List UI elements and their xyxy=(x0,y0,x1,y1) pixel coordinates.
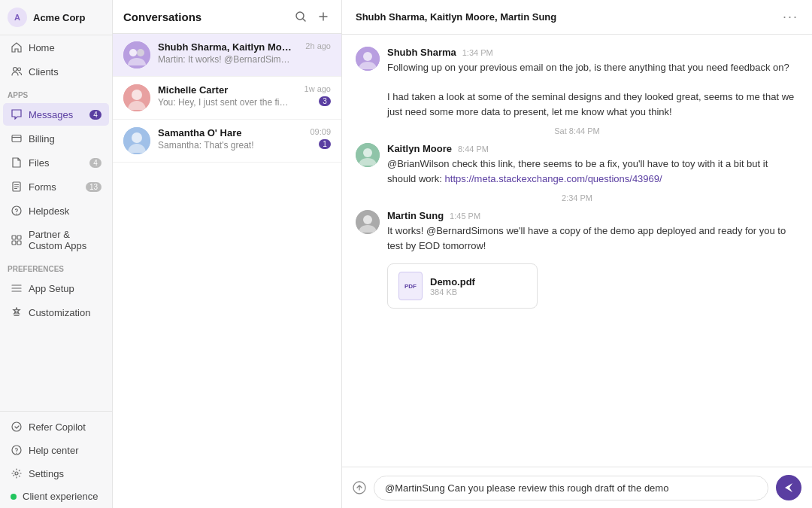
new-conversation-button[interactable] xyxy=(316,9,331,24)
upload-button[interactable] xyxy=(353,481,366,494)
send-button[interactable] xyxy=(776,475,801,500)
sidebar-item-files[interactable]: Files 4 xyxy=(3,151,109,174)
conv-badge: 1 xyxy=(319,139,331,149)
home-icon xyxy=(11,41,23,53)
svg-point-21 xyxy=(363,52,372,61)
message-input[interactable] xyxy=(374,476,768,500)
svg-point-15 xyxy=(137,49,144,56)
apps-section-label: Apps xyxy=(0,84,112,102)
conv-time: 2h ago xyxy=(305,41,331,50)
chat-messages: Shubh Sharma 1:34 PM Following up on you… xyxy=(342,35,812,467)
sender-avatar xyxy=(356,210,380,234)
forms-badge: 13 xyxy=(86,182,102,192)
conv-time: 09:09 xyxy=(310,127,331,136)
partner-icon xyxy=(11,234,23,246)
sender-avatar xyxy=(356,143,380,167)
sidebar-item-label: Client experience xyxy=(23,491,98,502)
sidebar-item-customization[interactable]: Customization xyxy=(3,301,109,324)
svg-point-25 xyxy=(363,215,372,224)
message-time: 1:34 PM xyxy=(462,48,493,57)
sender-name: Martin Sung xyxy=(387,210,444,221)
conv-list-title: Conversations xyxy=(123,11,201,23)
conv-preview: Samantha: That's great! xyxy=(158,140,293,151)
avatar xyxy=(123,127,150,154)
conv-content: Shubh Sharma, Kaitlyn Moore, Marti... Ma… xyxy=(158,41,298,65)
sidebar-item-client-experience[interactable]: Client experience xyxy=(3,485,109,507)
sidebar-item-messages[interactable]: Messages 4 xyxy=(3,103,109,126)
sidebar-item-forms[interactable]: Forms 13 xyxy=(3,175,109,198)
svg-rect-2 xyxy=(12,135,21,142)
sidebar-item-help-center[interactable]: Help center xyxy=(3,439,109,461)
conv-content: Samantha O' Hare Samantha: That's great! xyxy=(158,127,302,151)
message-header: Shubh Sharma 1:34 PM xyxy=(387,47,798,58)
message-row: Shubh Sharma 1:34 PM Following up on you… xyxy=(356,47,798,119)
file-info: Demo.pdf 384 KB xyxy=(430,276,475,297)
sidebar-item-label: Partner & Custom Apps xyxy=(29,229,102,251)
org-avatar: A xyxy=(8,8,27,27)
chat-area: Shubh Sharma, Kaitlyn Moore, Martin Sung… xyxy=(342,0,812,508)
conversation-item[interactable]: Shubh Sharma, Kaitlyn Moore, Marti... Ma… xyxy=(113,34,341,77)
sender-name: Kaitlyn Moore xyxy=(387,143,452,154)
message-body: Kaitlyn Moore 8:44 PM @BrianWilson check… xyxy=(387,143,798,186)
messages-icon xyxy=(11,108,23,120)
svg-point-12 xyxy=(296,12,304,20)
settings-icon xyxy=(11,467,23,479)
sidebar-item-label: Clients xyxy=(29,66,59,78)
conversation-item[interactable]: Samantha O' Hare Samantha: That's great!… xyxy=(113,120,341,163)
help-icon xyxy=(11,444,23,456)
customization-icon xyxy=(11,306,23,318)
conv-name: Shubh Sharma, Kaitlyn Moore, Marti... xyxy=(158,41,293,53)
preferences-section-label: Preferences xyxy=(0,257,112,276)
refer-icon xyxy=(11,421,23,433)
sidebar-item-label: Settings xyxy=(29,468,64,479)
avatar xyxy=(123,41,150,68)
sidebar-item-clients[interactable]: Clients xyxy=(3,60,109,83)
files-badge: 4 xyxy=(89,158,102,168)
sidebar-item-settings[interactable]: Settings xyxy=(3,462,109,485)
more-options-button[interactable]: ··· xyxy=(783,9,798,25)
svg-point-23 xyxy=(363,148,372,157)
conv-badge: 3 xyxy=(319,96,331,106)
clients-icon xyxy=(11,65,23,78)
forms-icon xyxy=(11,181,23,193)
sidebar-item-label: Forms xyxy=(29,181,56,193)
svg-point-11 xyxy=(15,472,18,475)
message-text: It works! @BernardSimons we'll have a co… xyxy=(387,224,798,253)
conversation-item[interactable]: Michelle Carter You: Hey, I just sent ov… xyxy=(113,77,341,120)
conv-time: 1w ago xyxy=(304,84,331,93)
conv-meta: 2h ago xyxy=(305,41,331,50)
sidebar-item-billing[interactable]: Billing xyxy=(3,127,109,150)
sidebar-item-refer-copilot[interactable]: Refer Copilot xyxy=(3,415,109,438)
svg-rect-6 xyxy=(17,236,21,239)
message-text: Following up on your previous email on t… xyxy=(387,60,798,119)
conv-meta: 1w ago 3 xyxy=(304,84,331,106)
conv-preview: You: Hey, I just sent over the final des… xyxy=(158,97,293,108)
message-body: Martin Sung 1:45 PM It works! @BernardSi… xyxy=(387,210,798,253)
conv-content: Michelle Carter You: Hey, I just sent ov… xyxy=(158,84,297,108)
conv-list-actions xyxy=(293,9,331,24)
conv-preview: Martin: It works! @BernardSimons we... xyxy=(158,54,293,65)
message-header: Martin Sung 1:45 PM xyxy=(387,210,798,221)
message-link[interactable]: https://meta.stackexchange.com/questions… xyxy=(445,173,662,184)
chat-header-title: Shubh Sharma, Kaitlyn Moore, Martin Sung xyxy=(356,11,556,23)
sidebar-item-app-setup[interactable]: App Setup xyxy=(3,277,109,300)
message-time: 1:45 PM xyxy=(450,211,480,221)
file-attachment[interactable]: PDF Demo.pdf 384 KB xyxy=(387,263,538,309)
sidebar-item-helpdesk[interactable]: Helpdesk xyxy=(3,199,109,222)
chat-input-area xyxy=(342,467,812,508)
message-time: 8:44 PM xyxy=(458,144,489,154)
sidebar-item-label: Helpdesk xyxy=(29,205,69,217)
attachment-area: PDF Demo.pdf 384 KB xyxy=(356,259,798,309)
sender-avatar xyxy=(356,47,380,71)
chat-header: Shubh Sharma, Kaitlyn Moore, Martin Sung… xyxy=(342,0,812,35)
svg-point-0 xyxy=(14,68,17,71)
svg-point-9 xyxy=(12,422,21,431)
svg-rect-7 xyxy=(12,241,16,245)
search-button[interactable] xyxy=(293,9,308,24)
sidebar-item-label: Help center xyxy=(29,445,78,456)
sidebar-item-partner-custom-apps[interactable]: Partner & Custom Apps xyxy=(3,224,109,257)
sidebar-item-home[interactable]: Home xyxy=(3,36,109,59)
svg-point-1 xyxy=(18,68,21,71)
app-setup-icon xyxy=(11,282,23,294)
files-icon xyxy=(11,157,23,169)
